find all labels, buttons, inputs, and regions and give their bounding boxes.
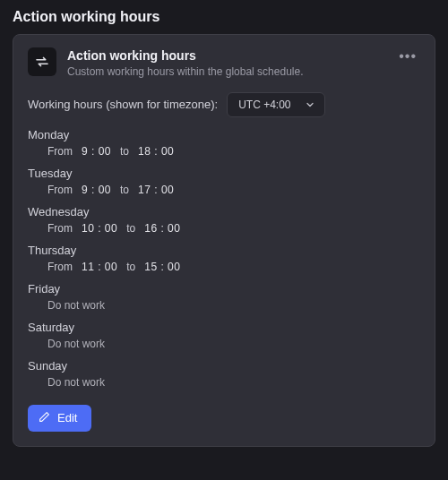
day-block: SundayDo not work [28,359,420,389]
day-block: MondayFrom9 : 00to18 : 00 [28,128,420,158]
day-name: Saturday [28,321,420,334]
from-time: 10 : 00 [82,222,117,235]
day-name: Thursday [28,244,420,257]
day-hours: From10 : 00to16 : 00 [28,222,420,235]
do-not-work-label: Do not work [28,299,420,312]
day-block: TuesdayFrom9 : 00to17 : 00 [28,167,420,196]
day-block: ThursdayFrom11 : 00to15 : 00 [28,244,420,273]
timezone-select[interactable]: UTC +4:00 [227,92,325,117]
day-name: Sunday [28,359,420,373]
days-list: MondayFrom9 : 00to18 : 00TuesdayFrom9 : … [28,128,420,389]
card-header: Action working hours Custom working hour… [28,47,420,80]
edit-button-label: Edit [57,411,77,424]
day-name: Monday [28,128,420,141]
edit-button[interactable]: Edit [28,405,91,432]
page-title: Action working hours [13,9,435,25]
day-block: FridayDo not work [28,282,420,312]
from-label: From [47,261,73,273]
day-hours: From9 : 00to17 : 00 [28,184,420,196]
do-not-work-label: Do not work [28,338,420,350]
day-hours: From9 : 00to18 : 00 [28,145,420,158]
day-hours: From11 : 00to15 : 00 [28,261,420,273]
from-time: 9 : 00 [82,184,111,196]
day-name: Tuesday [28,167,420,180]
card-title: Action working hours [67,47,384,64]
to-label: to [120,184,129,196]
to-time: 16 : 00 [144,222,180,235]
day-name: Wednesday [28,205,420,219]
timezone-value: UTC +4:00 [238,99,290,111]
from-label: From [47,145,73,158]
working-hours-card: Action working hours Custom working hour… [13,34,435,447]
card-subtitle: Custom working hours within the global s… [67,64,384,80]
from-label: From [47,184,73,196]
chevron-down-icon [305,99,315,110]
to-time: 18 : 00 [138,145,174,158]
from-time: 11 : 00 [82,261,117,273]
to-time: 17 : 00 [138,184,174,196]
pencil-icon [39,411,50,425]
to-time: 15 : 00 [144,261,180,273]
day-block: SaturdayDo not work [28,321,420,350]
do-not-work-label: Do not work [28,376,420,389]
day-block: WednesdayFrom10 : 00to16 : 00 [28,205,420,235]
day-name: Friday [28,282,420,296]
to-label: to [120,145,129,158]
to-label: to [126,261,135,273]
timezone-row: Working hours (shown for timezone): UTC … [28,92,420,117]
more-menu-button[interactable]: ••• [395,47,420,65]
swap-icon [28,47,56,76]
from-time: 9 : 00 [82,145,111,158]
to-label: to [126,222,135,235]
timezone-label: Working hours (shown for timezone): [28,98,218,111]
from-label: From [47,222,73,235]
